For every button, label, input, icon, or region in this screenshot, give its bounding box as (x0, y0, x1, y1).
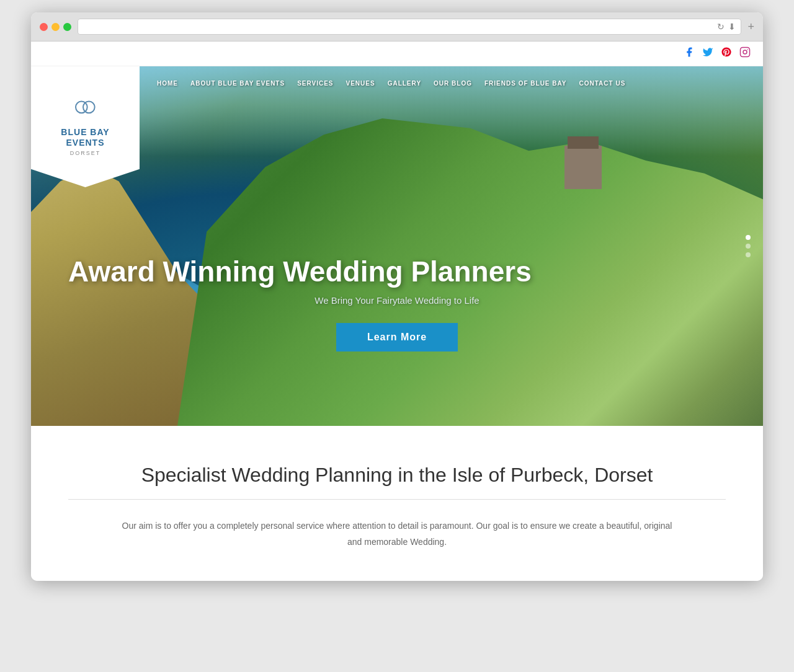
hero-section: BLUE BAYEVENTS DORSET HOME ABOUT BLUE BA… (31, 66, 763, 426)
svg-point-4 (83, 101, 95, 113)
close-button[interactable] (40, 23, 48, 31)
refresh-icon[interactable]: ↻ (717, 22, 725, 32)
slider-dot-3[interactable] (746, 252, 751, 257)
nav-gallery[interactable]: GALLERY (383, 76, 426, 91)
castle-shape (564, 146, 602, 189)
minimize-button[interactable] (51, 23, 60, 31)
instagram-icon[interactable] (739, 46, 751, 61)
nav-services[interactable]: SERVICES (292, 76, 338, 91)
nav-home[interactable]: HOME (152, 76, 183, 91)
cta-wrapper: Learn More (68, 323, 726, 351)
nav-venues[interactable]: VENUES (341, 76, 380, 91)
address-bar[interactable]: ↻ ⬇ (78, 19, 741, 35)
slider-dots (746, 235, 751, 257)
section-divider (68, 499, 726, 500)
social-bar (31, 42, 763, 66)
logo-location: DORSET (70, 150, 101, 156)
svg-rect-0 (741, 48, 750, 57)
nav-contact[interactable]: CONTACT US (574, 76, 631, 91)
logo-container: BLUE BAYEVENTS DORSET (31, 66, 140, 187)
main-navigation: HOME ABOUT BLUE BAY EVENTS SERVICES VENU… (140, 66, 763, 100)
twitter-icon[interactable] (702, 46, 713, 61)
browser-window: ↻ ⬇ + (31, 12, 763, 581)
logo-brand-name: BLUE BAYEVENTS (61, 127, 109, 148)
slider-dot-2[interactable] (746, 244, 751, 249)
svg-point-2 (747, 49, 748, 50)
hero-title: Award Winning Wedding Planners (68, 256, 726, 288)
browser-chrome: ↻ ⬇ + (31, 12, 763, 42)
nav-friends[interactable]: FRIENDS OF BLUE BAY (480, 76, 572, 91)
maximize-button[interactable] (63, 23, 71, 31)
hero-subtitle: We Bring Your Fairytale Wedding to Life (68, 295, 726, 306)
hero-content: Award Winning Wedding Planners We Bring … (68, 256, 726, 351)
pinterest-icon[interactable] (721, 46, 732, 61)
svg-point-1 (743, 50, 747, 54)
learn-more-button[interactable]: Learn More (336, 323, 458, 351)
logo-rings-icon (73, 97, 98, 123)
section-body: Our aim is to offer you a completely per… (118, 518, 676, 549)
nav-about[interactable]: ABOUT BLUE BAY EVENTS (185, 76, 290, 91)
content-section: Specialist Wedding Planning in the Isle … (31, 426, 763, 581)
browser-dots (40, 23, 71, 31)
download-icon: ⬇ (728, 22, 736, 32)
facebook-icon[interactable] (684, 46, 695, 61)
slider-dot-1[interactable] (746, 235, 751, 240)
add-tab-button[interactable]: + (747, 20, 754, 33)
nav-blog[interactable]: OUR BLOG (429, 76, 477, 91)
section-title: Specialist Wedding Planning in the Isle … (68, 463, 726, 487)
